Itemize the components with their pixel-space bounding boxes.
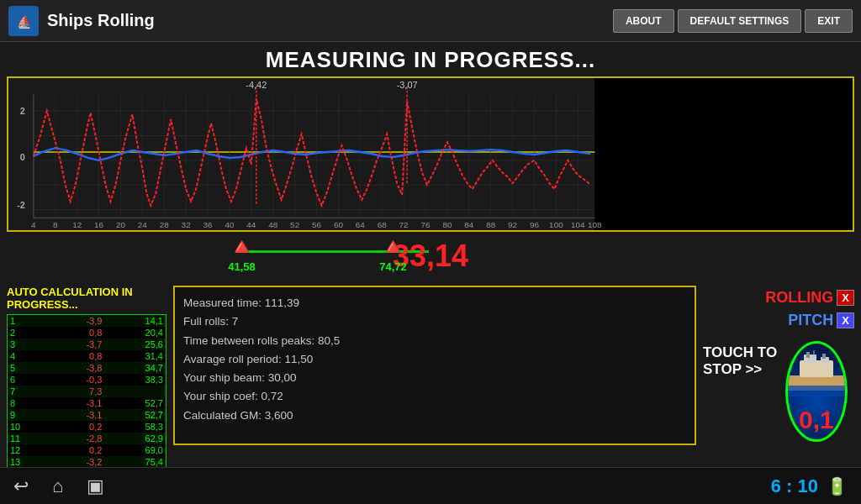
table-row: 120,269,0: [8, 444, 166, 456]
left-panel: AUTO CALCULATION IN PROGRESS... 1-3,914,…: [7, 286, 166, 445]
pitch-x[interactable]: X: [837, 312, 854, 328]
info-line: Calculated GM: 3,600: [183, 407, 686, 425]
svg-text:80: 80: [442, 220, 452, 229]
svg-text:4: 4: [31, 220, 36, 229]
info-line: Full rolls: 7: [183, 312, 686, 331]
left-arrow-icon: 🔺: [227, 235, 256, 259]
rolling-x[interactable]: X: [837, 290, 854, 306]
ship-svg-container: [785, 350, 848, 400]
chart-container: 2 0 -2 4 8 12 16 20 24 28 32 36 40 44 48…: [7, 76, 854, 232]
right-panel-inner: ROLLING X PITCH X: [703, 289, 854, 329]
svg-text:64: 64: [356, 220, 366, 229]
bottom-section: AUTO CALCULATION IN PROGRESS... 1-3,914,…: [0, 286, 861, 445]
svg-text:96: 96: [530, 220, 540, 229]
svg-text:84: 84: [464, 220, 474, 229]
svg-text:0: 0: [20, 152, 25, 162]
pitch-text: PITCH: [788, 312, 833, 329]
svg-text:52: 52: [290, 220, 299, 229]
top-bar: ⛵ Ships Rolling ABOUT DEFAULT SETTINGS E…: [0, 0, 861, 42]
svg-text:12: 12: [72, 220, 82, 229]
svg-text:56: 56: [312, 220, 322, 229]
svg-text:32: 32: [182, 220, 191, 229]
touch-stop-button[interactable]: TOUCH TO STOP >>: [703, 344, 785, 378]
info-line: Your ship beam: 30,00: [183, 369, 686, 387]
table-row: 3-3,725,6: [8, 339, 166, 350]
svg-text:-3,07: -3,07: [397, 80, 418, 90]
app-logo: ⛵: [8, 6, 39, 36]
ship-display[interactable]: 0,1: [785, 341, 848, 442]
info-line: Measured time: 111,39: [183, 294, 686, 312]
default-settings-button[interactable]: DEFAULT SETTINGS: [678, 9, 802, 33]
svg-text:2: 2: [20, 106, 25, 116]
time-display: 6 : 10: [771, 475, 818, 497]
info-line: Your ship coef: 0,72: [183, 387, 686, 406]
svg-text:36: 36: [203, 220, 214, 229]
info-line: Avarage roll period: 11,50: [183, 350, 686, 369]
svg-text:88: 88: [486, 220, 496, 229]
svg-text:-4,42: -4,42: [246, 80, 267, 90]
svg-text:92: 92: [508, 220, 517, 229]
svg-text:⛵: ⛵: [17, 15, 32, 29]
rolling-label: ROLLING X: [765, 289, 854, 307]
svg-text:44: 44: [246, 220, 256, 229]
left-arrow-label: 41,58: [228, 260, 256, 273]
table-row: 77,3: [8, 386, 166, 397]
about-button[interactable]: ABOUT: [613, 9, 674, 33]
arrow-section: 🔺 41,58 33,14 🔺 74,72: [0, 235, 861, 284]
table-row: 100,258,3: [8, 421, 166, 433]
data-table: 1-3,914,120,820,43-3,725,640,831,45-3,83…: [7, 314, 166, 480]
right-arrow-block: 🔺 74,72: [378, 235, 408, 273]
info-box-lines: Measured time: 111,39Full rolls: 7Time b…: [183, 294, 686, 425]
bottom-right: 6 : 10 🔋: [771, 475, 848, 497]
measuring-header: MEASURING IN PROGRESS...: [0, 42, 861, 76]
info-line: Time between rolls peaks: 80,5: [183, 332, 686, 350]
table-row: 9-3,152,7: [8, 409, 166, 421]
ship-value: 0,1: [799, 406, 834, 434]
bottom-nav: ↩ ⌂ ▣ 6 : 10 🔋: [0, 467, 861, 504]
svg-text:72: 72: [399, 220, 409, 229]
table-row: 11-2,862,9: [8, 433, 166, 444]
table-row: 40,831,4: [8, 350, 166, 362]
svg-text:68: 68: [378, 220, 388, 229]
svg-text:20: 20: [116, 220, 126, 229]
svg-text:-2: -2: [17, 200, 25, 210]
rolling-text: ROLLING: [765, 289, 833, 307]
svg-text:8: 8: [53, 220, 58, 229]
table-row: 1-3,914,1: [8, 315, 166, 328]
svg-text:60: 60: [334, 220, 344, 229]
svg-text:76: 76: [420, 220, 430, 229]
svg-text:40: 40: [224, 220, 235, 229]
svg-text:108: 108: [588, 220, 602, 229]
svg-text:104: 104: [571, 220, 585, 229]
home-icon[interactable]: ⌂: [52, 475, 63, 497]
app-logo-title: ⛵ Ships Rolling: [8, 6, 155, 36]
right-arrow-icon: 🔺: [378, 235, 408, 259]
app-title: Ships Rolling: [47, 11, 155, 30]
battery-icon: 🔋: [827, 476, 848, 496]
table-row: 13-3,275,4: [8, 456, 166, 468]
table-row: 6-0,338,3: [8, 374, 166, 386]
svg-rect-75: [806, 352, 810, 358]
exit-button[interactable]: EXIT: [805, 9, 853, 33]
right-arrow-label: 74,72: [379, 260, 407, 273]
chart-svg: 2 0 -2 4 8 12 16 20 24 28 32 36 40 44 48…: [8, 78, 853, 230]
left-arrow-block: 🔺 41,58: [227, 235, 256, 273]
table-row: 8-3,152,7: [8, 397, 166, 409]
touch-row: TOUCH TO STOP >>: [703, 341, 854, 442]
svg-text:100: 100: [549, 220, 563, 229]
svg-text:16: 16: [94, 220, 104, 229]
auto-calc-label: AUTO CALCULATION IN PROGRESS...: [7, 286, 166, 311]
svg-rect-76: [822, 354, 826, 359]
table-row: 20,820,4: [8, 327, 166, 339]
recents-icon[interactable]: ▣: [87, 475, 104, 497]
data-table-body: 1-3,914,120,820,43-3,725,640,831,45-3,83…: [8, 315, 166, 480]
top-buttons: ABOUT DEFAULT SETTINGS EXIT: [613, 9, 853, 33]
table-row: 5-3,834,7: [8, 362, 166, 374]
right-panel: ROLLING X PITCH X TOUCH TO STOP >>: [703, 286, 854, 445]
svg-rect-3: [594, 78, 853, 230]
info-box: Measured time: 111,39Full rolls: 7Time b…: [173, 286, 696, 445]
svg-text:28: 28: [160, 220, 170, 229]
pitch-label: PITCH X: [788, 312, 854, 329]
svg-rect-73: [804, 354, 816, 363]
back-icon[interactable]: ↩: [13, 475, 29, 497]
